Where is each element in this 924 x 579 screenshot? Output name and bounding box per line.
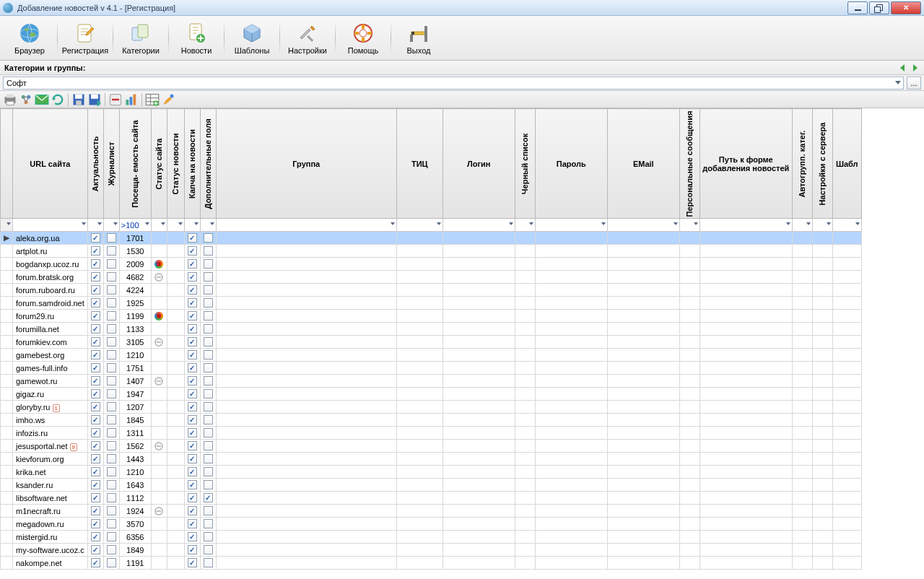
cell-url[interactable]: ksander.ru [13, 479, 88, 492]
checkbox[interactable] [188, 259, 197, 269]
smallbar-delete[interactable] [108, 92, 123, 107]
checkbox[interactable] [91, 311, 100, 321]
toolbar-cards[interactable]: Категории [116, 18, 166, 58]
smallbar-save[interactable] [71, 92, 86, 107]
checkbox[interactable] [204, 493, 213, 502]
cell-visits[interactable]: 1925 [119, 297, 151, 310]
col-captcha[interactable]: Капча на новости [184, 109, 200, 219]
checkbox[interactable] [204, 272, 213, 282]
smallbar-brush[interactable] [161, 92, 175, 107]
cell-url[interactable]: forum.bratsk.org [13, 271, 88, 284]
filter-pm[interactable] [679, 219, 699, 232]
cell-visits[interactable]: 1191 [119, 557, 151, 570]
checkbox[interactable] [204, 506, 213, 515]
checkbox[interactable] [188, 389, 197, 399]
filter-tic[interactable] [396, 219, 443, 232]
cell-visits[interactable]: 1701 [119, 232, 151, 245]
table-row[interactable]: ▶aleka.org.ua1701 [1, 232, 862, 245]
filter-srv[interactable] [812, 219, 832, 232]
checkbox[interactable] [91, 350, 100, 360]
checkbox[interactable] [91, 532, 100, 541]
filter-newsstatus[interactable] [167, 219, 184, 232]
checkbox[interactable] [107, 285, 116, 295]
col-login[interactable]: Логин [443, 109, 515, 219]
cell-url[interactable]: my-software.ucoz.c [13, 544, 88, 557]
checkbox[interactable] [91, 480, 100, 489]
checkbox[interactable] [188, 246, 197, 256]
filter-url[interactable] [13, 219, 88, 232]
cell-url[interactable]: mistergid.ru [13, 531, 88, 544]
checkbox[interactable] [204, 363, 213, 373]
checkbox[interactable] [91, 337, 100, 347]
toolbar-gate[interactable]: Выход [393, 18, 444, 58]
table-row[interactable]: gamewot.ru1407 [1, 375, 862, 388]
checkbox[interactable] [188, 506, 197, 515]
checkbox[interactable] [188, 285, 197, 295]
checkbox[interactable] [204, 285, 213, 295]
table-row[interactable]: jesusportal.net 91562 [1, 440, 862, 453]
checkbox[interactable] [188, 532, 197, 541]
checkbox[interactable] [188, 402, 197, 412]
cell-url[interactable]: imho.ws [13, 414, 88, 427]
checkbox[interactable] [107, 389, 116, 399]
checkbox[interactable] [204, 376, 213, 386]
smallbar-table[interactable] [145, 92, 160, 107]
cell-visits[interactable]: 1112 [119, 492, 151, 505]
checkbox[interactable] [107, 506, 116, 515]
toolbar-cube[interactable]: Шаблоны [227, 18, 277, 58]
cell-visits[interactable]: 1845 [119, 414, 151, 427]
checkbox[interactable] [107, 415, 116, 425]
smallbar-refresh[interactable] [51, 92, 65, 107]
col-formpath[interactable]: Путь к форме добавления новостей [699, 109, 792, 219]
table-row[interactable]: artplot.ru1530 [1, 245, 862, 258]
cell-url[interactable]: aleka.org.ua [13, 232, 88, 245]
checkbox[interactable] [107, 493, 116, 502]
cell-url[interactable]: bogdanxp.ucoz.ru [13, 258, 88, 271]
col-pm[interactable]: Персональные сообщения [679, 109, 699, 219]
col-autocat[interactable]: Автогрупп. катег. [792, 109, 812, 219]
col-url[interactable]: URL сайта [13, 109, 88, 219]
cell-url[interactable]: gigaz.ru [13, 388, 88, 401]
filter-tpl[interactable] [832, 219, 861, 232]
table-row[interactable]: libsoftware.net1112 [1, 492, 862, 505]
checkbox[interactable] [188, 454, 197, 463]
cell-url[interactable]: jesusportal.net 9 [13, 440, 88, 453]
checkbox[interactable] [188, 298, 197, 308]
checkbox[interactable] [91, 363, 100, 373]
toolbar-lifebuoy[interactable]: Помощь [338, 18, 388, 58]
checkbox[interactable] [188, 324, 197, 334]
checkbox[interactable] [204, 480, 213, 489]
checkbox[interactable] [204, 415, 213, 425]
checkbox[interactable] [107, 441, 116, 450]
prev-arrow-icon[interactable] [898, 63, 908, 73]
table-row[interactable]: forumilla.net1133 [1, 323, 862, 336]
checkbox[interactable] [91, 324, 100, 334]
smallbar-chart[interactable] [124, 92, 139, 107]
checkbox[interactable] [91, 285, 100, 295]
checkbox[interactable] [204, 428, 213, 437]
filter-formpath[interactable] [699, 219, 792, 232]
filter-login[interactable] [443, 219, 515, 232]
smallbar-load[interactable] [87, 92, 102, 107]
table-row[interactable]: ksander.ru1643 [1, 479, 862, 492]
cell-url[interactable]: gamebest.org [13, 349, 88, 362]
checkbox[interactable] [107, 532, 116, 541]
cell-url[interactable]: forum.ruboard.ru [13, 284, 88, 297]
checkbox[interactable] [107, 272, 116, 282]
filter-captcha[interactable] [184, 219, 200, 232]
grid-wrapper[interactable]: URL сайта Актуальность Журналист Посеща-… [0, 108, 924, 579]
table-row[interactable]: my-software.ucoz.c1849 [1, 544, 862, 557]
table-row[interactable]: forum.bratsk.org4682 [1, 271, 862, 284]
cell-visits[interactable]: 4682 [119, 271, 151, 284]
checkbox[interactable] [91, 376, 100, 386]
checkbox[interactable] [188, 428, 197, 437]
checkbox[interactable] [204, 454, 213, 463]
checkbox[interactable] [107, 350, 116, 360]
cell-visits[interactable]: 1207 [119, 401, 151, 414]
filter-extra[interactable] [200, 219, 216, 232]
table-row[interactable]: forum.samdroid.net1925 [1, 297, 862, 310]
cell-visits[interactable]: 1210 [119, 466, 151, 479]
category-combo[interactable]: Софт [3, 77, 904, 90]
col-tic[interactable]: ТИЦ [396, 109, 443, 219]
table-row[interactable]: m1necraft.ru1924 [1, 505, 862, 518]
